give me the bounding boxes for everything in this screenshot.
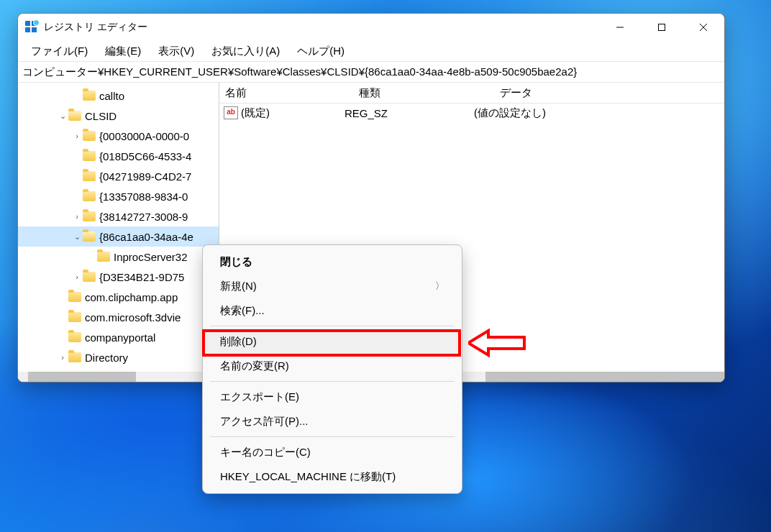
chevron-right-icon[interactable]: › (71, 212, 83, 221)
tree-item-label: Directory (85, 352, 128, 364)
cell-data: (値の設定なし) (474, 106, 546, 120)
folder-icon (83, 171, 96, 181)
tree-item[interactable]: ›{38142727-3008-9 (18, 206, 219, 226)
chevron-down-icon[interactable]: ⌄ (57, 111, 68, 121)
folder-icon (68, 111, 81, 121)
tree-item-label: callto (99, 90, 124, 102)
chevron-right-icon[interactable]: › (71, 132, 83, 140)
col-data[interactable]: データ (494, 86, 724, 100)
maximize-button[interactable] (641, 14, 683, 41)
ctx-new-label: 新規(N) (220, 280, 257, 293)
ctx-sep-1 (210, 326, 455, 326)
tree-item[interactable]: ⌄CLSID (18, 106, 219, 126)
cell-name: (既定) (241, 106, 345, 120)
menu-edit[interactable]: 編集(E) (96, 42, 150, 60)
tree-item-label: {38142727-3008-9 (99, 211, 188, 223)
tree-item[interactable]: ·companyportal (18, 327, 219, 347)
list-header[interactable]: 名前 種類 データ (219, 83, 724, 104)
ctx-sep-3 (210, 436, 455, 437)
ctx-rename[interactable]: 名前の変更(R) (203, 354, 462, 378)
tree-item[interactable]: ›{D3E34B21-9D75 (18, 267, 219, 287)
tree-item-label: com.microsoft.3dvie (85, 311, 181, 324)
menu-favorites[interactable]: お気に入り(A) (203, 42, 288, 60)
folder-icon (83, 151, 96, 161)
ctx-gotohklm[interactable]: HKEY_LOCAL_MACHINE に移動(T) (203, 464, 462, 489)
menu-help[interactable]: ヘルプ(H) (288, 42, 353, 60)
svg-rect-1 (659, 24, 665, 31)
tree-item[interactable]: ·com.microsoft.3dvie (18, 307, 219, 327)
folder-icon (83, 211, 96, 221)
col-name[interactable]: 名前 (219, 86, 353, 100)
cell-type: REG_SZ (345, 107, 474, 119)
folder-icon (83, 272, 96, 282)
folder-icon (68, 352, 81, 362)
window-controls (599, 14, 724, 41)
tree-item-label: {13357088-9834-0 (99, 191, 188, 203)
col-type[interactable]: 種類 (353, 86, 494, 100)
folder-icon (83, 191, 96, 201)
tree-item[interactable]: ·callto (18, 86, 219, 106)
folder-icon (68, 292, 81, 302)
titlebar[interactable]: レジストリ エディター (18, 14, 724, 41)
tree-list[interactable]: ·callto⌄CLSID›{0003000A-0000-0·{018D5C66… (18, 83, 219, 372)
tree-item-label: {04271989-C4D2-7 (99, 170, 191, 183)
folder-icon (68, 312, 81, 322)
menu-file[interactable]: ファイル(F) (22, 42, 96, 60)
folder-icon (83, 131, 96, 141)
address-text: コンピューター¥HKEY_CURRENT_USER¥Software¥Class… (22, 65, 577, 79)
folder-icon (97, 252, 110, 262)
minimize-button[interactable] (599, 14, 641, 41)
tree-item-label: {018D5C66-4533-4 (99, 150, 191, 162)
chevron-right-icon: 〉 (435, 280, 444, 293)
ctx-copykey[interactable]: キー名のコピー(C) (203, 440, 462, 464)
folder-icon (68, 332, 81, 342)
address-bar[interactable]: コンピューター¥HKEY_CURRENT_USER¥Software¥Class… (18, 61, 724, 83)
context-menu: 閉じる 新規(N)〉 検索(F)... 削除(D) 名前の変更(R) エクスポー… (202, 244, 462, 494)
ctx-export[interactable]: エクスポート(E) (203, 385, 462, 409)
ctx-close[interactable]: 閉じる (203, 249, 462, 274)
tree-item-label: {86ca1aa0-34aa-4e (99, 231, 193, 243)
tree-item-label: InprocServer32 (114, 251, 188, 263)
chevron-right-icon[interactable]: › (71, 272, 83, 281)
list-row[interactable]: (既定)REG_SZ(値の設定なし) (219, 104, 724, 122)
chevron-down-icon[interactable]: ⌄ (71, 232, 83, 242)
tree-item[interactable]: ⌄{86ca1aa0-34aa-4e (18, 226, 219, 247)
string-value-icon (224, 106, 238, 119)
ctx-permissions[interactable]: アクセス許可(P)... (203, 409, 462, 434)
folder-icon (83, 231, 96, 242)
ctx-sep-2 (210, 381, 455, 382)
ctx-find[interactable]: 検索(F)... (203, 298, 462, 323)
tree-panel: ·callto⌄CLSID›{0003000A-0000-0·{018D5C66… (18, 83, 219, 382)
tree-item-label: {0003000A-0000-0 (99, 130, 189, 142)
tree-item-label: CLSID (85, 110, 117, 122)
tree-h-scrollbar[interactable] (18, 372, 219, 382)
tree-item[interactable]: ·com.clipchamp.app (18, 287, 219, 307)
tree-item[interactable]: ·{018D5C66-4533-4 (18, 146, 219, 166)
ctx-new[interactable]: 新規(N)〉 (203, 274, 462, 298)
tree-item-label: {D3E34B21-9D75 (99, 271, 184, 283)
tree-item-label: companyportal (85, 331, 155, 344)
menubar: ファイル(F) 編集(E) 表示(V) お気に入り(A) ヘルプ(H) (18, 41, 724, 61)
close-button[interactable] (683, 14, 724, 41)
menu-view[interactable]: 表示(V) (150, 42, 203, 60)
regedit-icon (25, 21, 38, 34)
folder-icon (83, 91, 96, 101)
tree-item[interactable]: ·{13357088-9834-0 (18, 186, 219, 206)
window-title: レジストリ エディター (44, 21, 147, 34)
tree-item[interactable]: ›{0003000A-0000-0 (18, 126, 219, 146)
tree-item[interactable]: ›Directory (18, 347, 219, 367)
chevron-right-icon[interactable]: › (57, 353, 68, 362)
tree-item-label: com.clipchamp.app (85, 291, 178, 303)
tree-item[interactable]: ·InprocServer32 (18, 247, 219, 267)
ctx-delete[interactable]: 削除(D) (203, 329, 462, 354)
tree-item[interactable]: ·{04271989-C4D2-7 (18, 166, 219, 186)
